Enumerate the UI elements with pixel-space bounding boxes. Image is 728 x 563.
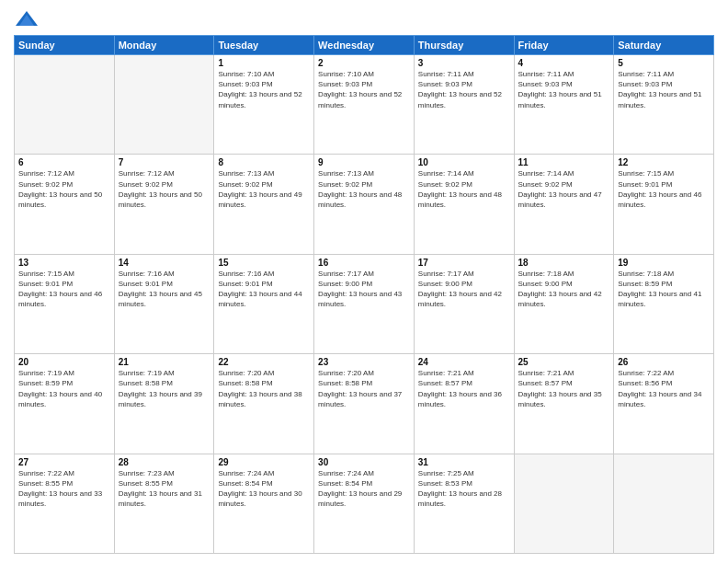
calendar-cell: 15Sunrise: 7:16 AM Sunset: 9:01 PM Dayli… xyxy=(214,254,314,353)
day-number: 5 xyxy=(618,58,710,68)
day-number: 9 xyxy=(318,157,410,167)
day-info: Sunrise: 7:15 AM Sunset: 9:01 PM Dayligh… xyxy=(618,168,710,210)
week-row-2: 13Sunrise: 7:15 AM Sunset: 9:01 PM Dayli… xyxy=(15,254,714,353)
day-number: 30 xyxy=(318,457,410,467)
logo-icon xyxy=(14,9,40,29)
calendar: SundayMondayTuesdayWednesdayThursdayFrid… xyxy=(14,35,714,554)
calendar-cell: 30Sunrise: 7:24 AM Sunset: 8:54 PM Dayli… xyxy=(314,454,415,553)
calendar-cell: 17Sunrise: 7:17 AM Sunset: 9:00 PM Dayli… xyxy=(414,254,514,353)
day-number: 10 xyxy=(418,157,510,167)
day-info: Sunrise: 7:18 AM Sunset: 9:00 PM Dayligh… xyxy=(518,269,610,310)
calendar-cell: 16Sunrise: 7:17 AM Sunset: 9:00 PM Dayli… xyxy=(314,254,415,353)
calendar-cell: 11Sunrise: 7:14 AM Sunset: 9:02 PM Dayli… xyxy=(514,155,614,254)
day-number: 24 xyxy=(418,357,510,367)
day-info: Sunrise: 7:22 AM Sunset: 8:56 PM Dayligh… xyxy=(618,368,710,409)
calendar-cell: 2Sunrise: 7:10 AM Sunset: 9:03 PM Daylig… xyxy=(314,55,415,155)
calendar-cell: 3Sunrise: 7:11 AM Sunset: 9:03 PM Daylig… xyxy=(414,55,514,155)
calendar-cell: 19Sunrise: 7:18 AM Sunset: 8:59 PM Dayli… xyxy=(614,254,714,353)
calendar-cell: 31Sunrise: 7:25 AM Sunset: 8:53 PM Dayli… xyxy=(414,454,514,553)
day-number: 6 xyxy=(18,157,110,167)
day-info: Sunrise: 7:11 AM Sunset: 9:03 PM Dayligh… xyxy=(418,69,510,110)
calendar-cell xyxy=(614,454,714,553)
day-info: Sunrise: 7:22 AM Sunset: 8:55 PM Dayligh… xyxy=(18,468,110,510)
day-number: 11 xyxy=(518,157,610,167)
calendar-cell xyxy=(15,55,115,155)
day-number: 21 xyxy=(119,357,210,367)
day-info: Sunrise: 7:25 AM Sunset: 8:53 PM Dayligh… xyxy=(418,468,510,510)
day-info: Sunrise: 7:19 AM Sunset: 8:58 PM Dayligh… xyxy=(119,368,210,409)
day-info: Sunrise: 7:13 AM Sunset: 9:02 PM Dayligh… xyxy=(218,168,310,210)
calendar-cell: 27Sunrise: 7:22 AM Sunset: 8:55 PM Dayli… xyxy=(15,454,115,553)
day-info: Sunrise: 7:11 AM Sunset: 9:03 PM Dayligh… xyxy=(618,69,710,110)
day-number: 16 xyxy=(318,258,410,268)
day-number: 29 xyxy=(218,457,310,467)
day-info: Sunrise: 7:21 AM Sunset: 8:57 PM Dayligh… xyxy=(418,368,510,409)
calendar-cell: 22Sunrise: 7:20 AM Sunset: 8:58 PM Dayli… xyxy=(214,354,314,454)
day-info: Sunrise: 7:16 AM Sunset: 9:01 PM Dayligh… xyxy=(119,269,210,310)
logo xyxy=(14,9,43,29)
day-info: Sunrise: 7:17 AM Sunset: 9:00 PM Dayligh… xyxy=(418,269,510,310)
calendar-cell: 9Sunrise: 7:13 AM Sunset: 9:02 PM Daylig… xyxy=(314,155,415,254)
day-info: Sunrise: 7:13 AM Sunset: 9:02 PM Dayligh… xyxy=(318,168,410,210)
day-info: Sunrise: 7:24 AM Sunset: 8:54 PM Dayligh… xyxy=(218,468,310,510)
day-number: 1 xyxy=(218,58,310,68)
col-header-thursday: Thursday xyxy=(414,36,514,55)
day-number: 26 xyxy=(618,357,710,367)
day-number: 4 xyxy=(518,58,610,68)
col-header-wednesday: Wednesday xyxy=(314,36,415,55)
page: SundayMondayTuesdayWednesdayThursdayFrid… xyxy=(0,0,728,563)
day-number: 25 xyxy=(518,357,610,367)
day-number: 28 xyxy=(119,457,210,467)
day-info: Sunrise: 7:11 AM Sunset: 9:03 PM Dayligh… xyxy=(518,69,610,110)
calendar-header: SundayMondayTuesdayWednesdayThursdayFrid… xyxy=(15,36,714,55)
day-info: Sunrise: 7:10 AM Sunset: 9:03 PM Dayligh… xyxy=(218,69,310,110)
header xyxy=(14,9,714,29)
day-number: 2 xyxy=(318,58,410,68)
week-row-4: 27Sunrise: 7:22 AM Sunset: 8:55 PM Dayli… xyxy=(15,454,714,553)
day-info: Sunrise: 7:14 AM Sunset: 9:02 PM Dayligh… xyxy=(518,168,610,210)
day-number: 22 xyxy=(218,357,310,367)
calendar-cell: 28Sunrise: 7:23 AM Sunset: 8:55 PM Dayli… xyxy=(114,454,214,553)
day-header-row: SundayMondayTuesdayWednesdayThursdayFrid… xyxy=(15,36,714,55)
day-info: Sunrise: 7:20 AM Sunset: 8:58 PM Dayligh… xyxy=(218,368,310,409)
day-number: 13 xyxy=(18,258,110,268)
week-row-0: 1Sunrise: 7:10 AM Sunset: 9:03 PM Daylig… xyxy=(15,55,714,155)
calendar-cell xyxy=(514,454,614,553)
col-header-saturday: Saturday xyxy=(614,36,714,55)
day-number: 3 xyxy=(418,58,510,68)
calendar-cell: 18Sunrise: 7:18 AM Sunset: 9:00 PM Dayli… xyxy=(514,254,614,353)
week-row-3: 20Sunrise: 7:19 AM Sunset: 8:59 PM Dayli… xyxy=(15,354,714,454)
calendar-cell: 6Sunrise: 7:12 AM Sunset: 9:02 PM Daylig… xyxy=(15,155,115,254)
calendar-cell: 26Sunrise: 7:22 AM Sunset: 8:56 PM Dayli… xyxy=(614,354,714,454)
day-info: Sunrise: 7:14 AM Sunset: 9:02 PM Dayligh… xyxy=(418,168,510,210)
calendar-cell: 13Sunrise: 7:15 AM Sunset: 9:01 PM Dayli… xyxy=(15,254,115,353)
calendar-cell: 23Sunrise: 7:20 AM Sunset: 8:58 PM Dayli… xyxy=(314,354,415,454)
calendar-cell: 10Sunrise: 7:14 AM Sunset: 9:02 PM Dayli… xyxy=(414,155,514,254)
day-number: 17 xyxy=(418,258,510,268)
calendar-cell: 1Sunrise: 7:10 AM Sunset: 9:03 PM Daylig… xyxy=(214,55,314,155)
day-info: Sunrise: 7:16 AM Sunset: 9:01 PM Dayligh… xyxy=(218,269,310,310)
day-number: 18 xyxy=(518,258,610,268)
day-info: Sunrise: 7:18 AM Sunset: 8:59 PM Dayligh… xyxy=(618,269,710,310)
day-info: Sunrise: 7:12 AM Sunset: 9:02 PM Dayligh… xyxy=(18,168,110,210)
calendar-cell: 24Sunrise: 7:21 AM Sunset: 8:57 PM Dayli… xyxy=(414,354,514,454)
day-info: Sunrise: 7:10 AM Sunset: 9:03 PM Dayligh… xyxy=(318,69,410,110)
day-number: 15 xyxy=(218,258,310,268)
day-info: Sunrise: 7:15 AM Sunset: 9:01 PM Dayligh… xyxy=(18,269,110,310)
day-info: Sunrise: 7:23 AM Sunset: 8:55 PM Dayligh… xyxy=(119,468,210,510)
calendar-cell: 4Sunrise: 7:11 AM Sunset: 9:03 PM Daylig… xyxy=(514,55,614,155)
week-row-1: 6Sunrise: 7:12 AM Sunset: 9:02 PM Daylig… xyxy=(15,155,714,254)
day-number: 19 xyxy=(618,258,710,268)
day-info: Sunrise: 7:17 AM Sunset: 9:00 PM Dayligh… xyxy=(318,269,410,310)
day-number: 14 xyxy=(119,258,210,268)
calendar-cell: 12Sunrise: 7:15 AM Sunset: 9:01 PM Dayli… xyxy=(614,155,714,254)
calendar-cell: 8Sunrise: 7:13 AM Sunset: 9:02 PM Daylig… xyxy=(214,155,314,254)
calendar-cell: 20Sunrise: 7:19 AM Sunset: 8:59 PM Dayli… xyxy=(15,354,115,454)
calendar-cell: 21Sunrise: 7:19 AM Sunset: 8:58 PM Dayli… xyxy=(114,354,214,454)
day-info: Sunrise: 7:20 AM Sunset: 8:58 PM Dayligh… xyxy=(318,368,410,409)
day-number: 20 xyxy=(18,357,110,367)
day-info: Sunrise: 7:21 AM Sunset: 8:57 PM Dayligh… xyxy=(518,368,610,409)
calendar-cell: 14Sunrise: 7:16 AM Sunset: 9:01 PM Dayli… xyxy=(114,254,214,353)
calendar-cell: 7Sunrise: 7:12 AM Sunset: 9:02 PM Daylig… xyxy=(114,155,214,254)
day-info: Sunrise: 7:24 AM Sunset: 8:54 PM Dayligh… xyxy=(318,468,410,510)
